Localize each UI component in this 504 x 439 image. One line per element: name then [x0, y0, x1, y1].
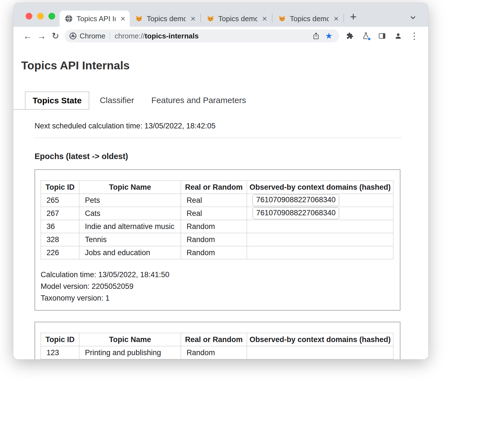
- notification-dot: [368, 37, 371, 41]
- topic-domains-cell: 7610709088227068340: [247, 194, 393, 207]
- url-host: topics-internals: [145, 32, 199, 40]
- hashed-domain-value[interactable]: 7610709088227068340: [253, 194, 339, 206]
- topic-name-cell: Cats: [79, 207, 181, 220]
- table-row: 267 Cats Real 7610709088227068340: [41, 207, 393, 220]
- topic-domains-cell: 7610709088227068340: [247, 207, 393, 220]
- browser-toolbar: ← → ↻ Chrome chrome://topics-internals ★: [13, 27, 428, 45]
- topic-type-cell: Random: [181, 346, 247, 359]
- topic-type-cell: Random: [181, 233, 247, 246]
- browser-tab-topics-demo-1[interactable]: Topics demo ×: [130, 11, 200, 27]
- topic-name-cell: Tennis: [79, 233, 181, 246]
- tab-search-button[interactable]: [409, 13, 417, 22]
- profile-avatar-icon[interactable]: [392, 29, 405, 43]
- col-real-or-random: Real or Random: [181, 333, 247, 346]
- table-row: 123 Printing and publishing Random: [41, 346, 393, 359]
- zoom-window-button[interactable]: [48, 13, 55, 19]
- topic-id-cell: 328: [41, 233, 79, 246]
- topic-id-cell: 265: [41, 194, 79, 207]
- topic-type-cell: Random: [181, 359, 247, 360]
- epoch-card: Topic ID Topic Name Real or Random Obser…: [35, 169, 400, 311]
- topic-id-cell: 36: [41, 220, 79, 233]
- tab-title: Topics API Intern: [77, 14, 116, 23]
- hashed-domain-value[interactable]: 7610709088227068340: [253, 208, 339, 219]
- window-controls: [26, 13, 55, 19]
- browser-window: Topics API Intern × Topics demo × Topics…: [13, 3, 428, 359]
- col-topic-name: Topic Name: [79, 333, 181, 346]
- browser-menu-button[interactable]: ⋮: [408, 29, 421, 43]
- topics-state-panel: Next scheduled calculation time: 13/05/2…: [13, 122, 428, 359]
- topics-table: Topic ID Topic Name Real or Random Obser…: [41, 333, 393, 359]
- col-real-or-random: Real or Random: [181, 181, 247, 194]
- topic-type-cell: Real: [181, 194, 247, 207]
- browser-tab-topics-demo-3[interactable]: Topics demo ×: [273, 11, 343, 27]
- table-row: 265 Pets Real 7610709088227068340: [41, 194, 393, 207]
- table-row: 200 Fibre and textile arts Random: [41, 359, 393, 360]
- share-button[interactable]: [310, 30, 322, 42]
- tab-classifier[interactable]: Classifier: [93, 92, 141, 109]
- close-tab-icon[interactable]: ×: [189, 14, 197, 23]
- table-row: 328 Tennis Random: [41, 233, 393, 246]
- minimize-window-button[interactable]: [37, 13, 44, 19]
- tab-features-and-parameters[interactable]: Features and Parameters: [145, 92, 253, 109]
- topic-name-cell: Jobs and education: [79, 246, 181, 259]
- topic-type-cell: Real: [181, 207, 247, 220]
- cat-icon: [278, 14, 286, 23]
- epochs-heading: Epochs (latest -> oldest): [35, 152, 428, 161]
- tab-strip: Topics API Intern × Topics demo × Topics…: [13, 3, 428, 27]
- close-tab-icon[interactable]: ×: [332, 14, 340, 23]
- taxonomy-version: Taxonomy version: 1: [41, 292, 394, 304]
- topic-type-cell: Random: [181, 246, 247, 259]
- chrome-logo-icon: [69, 32, 77, 40]
- experiments-flask-icon[interactable]: [359, 29, 373, 43]
- toolbar-right-icons: ⋮: [343, 29, 421, 43]
- horizontal-divider: [35, 138, 402, 138]
- topic-id-cell: 123: [41, 346, 79, 359]
- topic-id-cell: 200: [41, 359, 79, 360]
- browser-tabs: Topics API Intern × Topics demo × Topics…: [60, 3, 428, 27]
- epoch-metadata: Calculation time: 13/05/2022, 18:41:50 M…: [41, 269, 394, 304]
- topic-id-cell: 226: [41, 246, 79, 259]
- topic-name-cell: Indie and alternative music: [79, 220, 181, 233]
- tab-separator: [344, 14, 344, 22]
- globe-icon: [65, 14, 73, 23]
- table-row: 226 Jobs and education Random: [41, 246, 393, 259]
- omnibox-divider: [110, 32, 110, 40]
- tab-topics-state[interactable]: Topics State: [25, 92, 89, 109]
- tab-title: Topics demo: [290, 14, 329, 23]
- topic-domains-cell: [247, 246, 393, 259]
- reload-button[interactable]: ↻: [48, 29, 62, 43]
- site-name: Chrome: [80, 32, 105, 40]
- back-button[interactable]: ←: [21, 29, 35, 43]
- cat-icon: [206, 14, 215, 23]
- topic-domains-cell: [247, 233, 393, 246]
- topic-name-cell: Printing and publishing: [79, 346, 181, 359]
- close-window-button[interactable]: [26, 13, 32, 19]
- topic-name-cell: Fibre and textile arts: [79, 359, 181, 360]
- forward-button[interactable]: →: [35, 29, 48, 43]
- address-bar[interactable]: Chrome chrome://topics-internals ★: [65, 30, 339, 42]
- side-panel-icon[interactable]: [375, 29, 389, 43]
- close-tab-icon[interactable]: ×: [119, 14, 126, 23]
- bookmark-star-icon[interactable]: ★: [322, 30, 335, 42]
- tab-separator: [272, 14, 272, 22]
- topic-domains-cell: [247, 359, 393, 360]
- topic-name-cell: Pets: [79, 194, 181, 207]
- page-tab-bar: Topics State Classifier Features and Par…: [13, 92, 428, 109]
- extensions-puzzle-icon[interactable]: [343, 29, 356, 43]
- browser-tab-topics-internals[interactable]: Topics API Intern ×: [60, 11, 130, 27]
- topic-domains-cell: [247, 220, 393, 233]
- close-tab-icon[interactable]: ×: [261, 14, 268, 23]
- new-tab-button[interactable]: +: [350, 11, 356, 22]
- model-version: Model version: 2205052059: [41, 281, 394, 292]
- url-scheme: chrome://: [114, 32, 145, 40]
- epoch-card: Topic ID Topic Name Real or Random Obser…: [35, 322, 400, 359]
- table-header-row: Topic ID Topic Name Real or Random Obser…: [41, 333, 393, 346]
- topic-domains-cell: [247, 346, 393, 359]
- col-observed-domains: Observed-by context domains (hashed): [247, 181, 393, 194]
- chevron-down-icon: [409, 13, 417, 22]
- col-topic-id: Topic ID: [41, 181, 79, 194]
- browser-tab-topics-demo-2[interactable]: Topics demo ×: [201, 11, 271, 27]
- next-calculation-time: Next scheduled calculation time: 13/05/2…: [35, 122, 428, 130]
- topics-table: Topic ID Topic Name Real or Random Obser…: [41, 181, 393, 259]
- page-title: Topics API Internals: [21, 59, 428, 72]
